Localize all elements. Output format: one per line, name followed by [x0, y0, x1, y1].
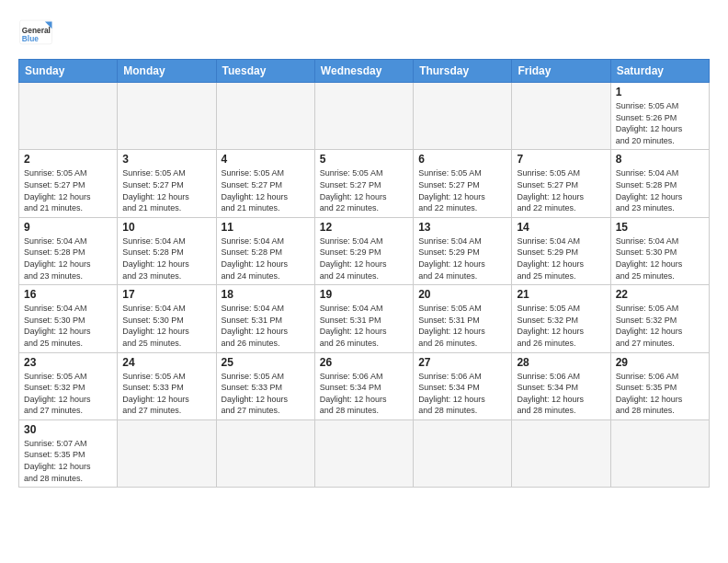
calendar-cell: 16Sunrise: 5:04 AM Sunset: 5:30 PM Dayli… — [19, 285, 118, 352]
day-number: 21 — [517, 288, 605, 301]
calendar-cell: 21Sunrise: 5:05 AM Sunset: 5:32 PM Dayli… — [512, 285, 610, 352]
calendar-cell: 12Sunrise: 5:04 AM Sunset: 5:29 PM Dayli… — [314, 217, 413, 284]
day-number: 11 — [222, 221, 310, 234]
weekday-header-thursday: Thursday — [414, 60, 512, 83]
day-info: Sunrise: 5:06 AM Sunset: 5:34 PM Dayligh… — [320, 371, 408, 417]
day-info: Sunrise: 5:04 AM Sunset: 5:28 PM Dayligh… — [122, 236, 210, 282]
page: General Blue SundayMondayTuesdayWednesda… — [0, 0, 728, 497]
calendar-cell: 20Sunrise: 5:05 AM Sunset: 5:31 PM Dayli… — [414, 285, 512, 352]
day-info: Sunrise: 5:07 AM Sunset: 5:35 PM Dayligh… — [24, 438, 112, 484]
day-number: 13 — [418, 221, 506, 234]
day-info: Sunrise: 5:04 AM Sunset: 5:28 PM Dayligh… — [616, 167, 704, 213]
day-info: Sunrise: 5:06 AM Sunset: 5:35 PM Dayligh… — [616, 371, 704, 417]
weekday-header-monday: Monday — [118, 60, 216, 83]
day-number: 5 — [320, 153, 408, 166]
generalblue-logo-icon: General Blue — [18, 15, 53, 50]
day-number: 1 — [616, 86, 704, 98]
calendar: SundayMondayTuesdayWednesdayThursdayFrid… — [18, 59, 710, 488]
week-row-3: 16Sunrise: 5:04 AM Sunset: 5:30 PM Dayli… — [19, 285, 710, 352]
day-number: 22 — [616, 288, 704, 301]
week-row-2: 9Sunrise: 5:04 AM Sunset: 5:28 PM Daylig… — [19, 217, 710, 284]
day-info: Sunrise: 5:04 AM Sunset: 5:31 PM Dayligh… — [222, 303, 310, 349]
day-number: 27 — [418, 356, 506, 369]
day-info: Sunrise: 5:04 AM Sunset: 5:30 PM Dayligh… — [616, 236, 704, 282]
day-info: Sunrise: 5:05 AM Sunset: 5:27 PM Dayligh… — [222, 167, 310, 213]
day-number: 14 — [517, 221, 605, 234]
calendar-cell — [118, 419, 216, 487]
day-info: Sunrise: 5:05 AM Sunset: 5:27 PM Dayligh… — [320, 167, 408, 213]
calendar-cell: 9Sunrise: 5:04 AM Sunset: 5:28 PM Daylig… — [19, 217, 118, 284]
calendar-cell: 25Sunrise: 5:05 AM Sunset: 5:33 PM Dayli… — [216, 352, 314, 419]
calendar-cell: 10Sunrise: 5:04 AM Sunset: 5:28 PM Dayli… — [118, 217, 216, 284]
calendar-cell — [610, 419, 709, 487]
day-info: Sunrise: 5:05 AM Sunset: 5:31 PM Dayligh… — [418, 303, 506, 349]
calendar-cell: 17Sunrise: 5:04 AM Sunset: 5:30 PM Dayli… — [118, 285, 216, 352]
weekday-header-saturday: Saturday — [610, 60, 709, 83]
day-info: Sunrise: 5:05 AM Sunset: 5:32 PM Dayligh… — [24, 371, 112, 417]
calendar-cell: 24Sunrise: 5:05 AM Sunset: 5:33 PM Dayli… — [118, 352, 216, 419]
calendar-cell — [216, 83, 314, 150]
calendar-cell — [314, 419, 413, 487]
calendar-cell: 11Sunrise: 5:04 AM Sunset: 5:28 PM Dayli… — [216, 217, 314, 284]
day-number: 20 — [418, 288, 506, 301]
day-info: Sunrise: 5:05 AM Sunset: 5:33 PM Dayligh… — [122, 371, 210, 417]
day-number: 7 — [517, 153, 605, 166]
calendar-cell: 27Sunrise: 5:06 AM Sunset: 5:34 PM Dayli… — [414, 352, 512, 419]
day-number: 29 — [616, 356, 704, 369]
day-info: Sunrise: 5:05 AM Sunset: 5:27 PM Dayligh… — [517, 167, 605, 213]
calendar-cell: 19Sunrise: 5:04 AM Sunset: 5:31 PM Dayli… — [314, 285, 413, 352]
day-info: Sunrise: 5:05 AM Sunset: 5:27 PM Dayligh… — [24, 167, 112, 213]
weekday-header-wednesday: Wednesday — [314, 60, 413, 83]
day-info: Sunrise: 5:05 AM Sunset: 5:27 PM Dayligh… — [122, 167, 210, 213]
day-number: 10 — [122, 221, 210, 234]
calendar-cell — [19, 83, 118, 150]
calendar-cell — [512, 419, 610, 487]
calendar-cell: 2Sunrise: 5:05 AM Sunset: 5:27 PM Daylig… — [19, 150, 118, 217]
calendar-cell: 6Sunrise: 5:05 AM Sunset: 5:27 PM Daylig… — [414, 150, 512, 217]
day-info: Sunrise: 5:06 AM Sunset: 5:34 PM Dayligh… — [418, 371, 506, 417]
day-info: Sunrise: 5:06 AM Sunset: 5:34 PM Dayligh… — [517, 371, 605, 417]
day-number: 25 — [222, 356, 310, 369]
day-number: 2 — [24, 153, 112, 166]
day-number: 17 — [122, 288, 210, 301]
calendar-cell — [216, 419, 314, 487]
day-info: Sunrise: 5:04 AM Sunset: 5:30 PM Dayligh… — [122, 303, 210, 349]
day-number: 6 — [418, 153, 506, 166]
weekday-header-tuesday: Tuesday — [216, 60, 314, 83]
calendar-cell — [118, 83, 216, 150]
day-info: Sunrise: 5:05 AM Sunset: 5:27 PM Dayligh… — [418, 167, 506, 213]
day-info: Sunrise: 5:05 AM Sunset: 5:32 PM Dayligh… — [616, 303, 704, 349]
day-number: 3 — [122, 153, 210, 166]
weekday-header-friday: Friday — [512, 60, 610, 83]
calendar-cell: 30Sunrise: 5:07 AM Sunset: 5:35 PM Dayli… — [19, 419, 118, 487]
calendar-cell: 5Sunrise: 5:05 AM Sunset: 5:27 PM Daylig… — [314, 150, 413, 217]
day-info: Sunrise: 5:04 AM Sunset: 5:30 PM Dayligh… — [24, 303, 112, 349]
calendar-cell — [314, 83, 413, 150]
day-info: Sunrise: 5:04 AM Sunset: 5:29 PM Dayligh… — [418, 236, 506, 282]
calendar-cell: 23Sunrise: 5:05 AM Sunset: 5:32 PM Dayli… — [19, 352, 118, 419]
day-info: Sunrise: 5:04 AM Sunset: 5:29 PM Dayligh… — [517, 236, 605, 282]
day-number: 26 — [320, 356, 408, 369]
calendar-cell — [414, 419, 512, 487]
calendar-cell: 22Sunrise: 5:05 AM Sunset: 5:32 PM Dayli… — [610, 285, 709, 352]
day-number: 16 — [24, 288, 112, 301]
weekday-header-row: SundayMondayTuesdayWednesdayThursdayFrid… — [19, 60, 710, 83]
day-info: Sunrise: 5:04 AM Sunset: 5:28 PM Dayligh… — [24, 236, 112, 282]
calendar-cell: 1Sunrise: 5:05 AM Sunset: 5:26 PM Daylig… — [610, 83, 709, 150]
header: General Blue — [18, 15, 710, 50]
calendar-cell: 8Sunrise: 5:04 AM Sunset: 5:28 PM Daylig… — [610, 150, 709, 217]
calendar-cell: 15Sunrise: 5:04 AM Sunset: 5:30 PM Dayli… — [610, 217, 709, 284]
calendar-cell: 3Sunrise: 5:05 AM Sunset: 5:27 PM Daylig… — [118, 150, 216, 217]
week-row-4: 23Sunrise: 5:05 AM Sunset: 5:32 PM Dayli… — [19, 352, 710, 419]
weekday-header-sunday: Sunday — [19, 60, 118, 83]
day-number: 8 — [616, 153, 704, 166]
calendar-cell: 14Sunrise: 5:04 AM Sunset: 5:29 PM Dayli… — [512, 217, 610, 284]
calendar-cell: 28Sunrise: 5:06 AM Sunset: 5:34 PM Dayli… — [512, 352, 610, 419]
day-number: 15 — [616, 221, 704, 234]
day-info: Sunrise: 5:04 AM Sunset: 5:28 PM Dayligh… — [222, 236, 310, 282]
week-row-0: 1Sunrise: 5:05 AM Sunset: 5:26 PM Daylig… — [19, 83, 710, 150]
day-info: Sunrise: 5:05 AM Sunset: 5:26 PM Dayligh… — [616, 100, 704, 146]
day-info: Sunrise: 5:04 AM Sunset: 5:29 PM Dayligh… — [320, 236, 408, 282]
logo: General Blue — [18, 15, 53, 50]
day-number: 4 — [222, 153, 310, 166]
